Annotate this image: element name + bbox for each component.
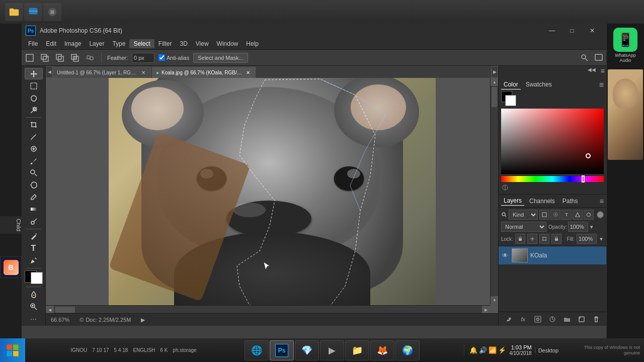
panels-collapse-icon[interactable]: ◀◀ xyxy=(588,67,596,75)
tool-gradient[interactable] xyxy=(25,204,43,215)
layers-panel-menu[interactable]: ≡ xyxy=(600,197,604,205)
filter-toggle[interactable] xyxy=(597,211,604,218)
tool-text[interactable]: T xyxy=(25,243,43,254)
tool-mode-intersect[interactable] xyxy=(69,52,80,63)
filter-adj-icon[interactable]: Ⓐ xyxy=(550,210,560,220)
system-clock[interactable]: 1:03 PM 4/10/2018 xyxy=(509,344,532,356)
layer-visibility-toggle[interactable]: 👁 xyxy=(501,251,509,259)
channels-tab[interactable]: Channels xyxy=(527,197,557,206)
feather-input[interactable] xyxy=(132,53,154,63)
color-panel-menu[interactable]: ≡ xyxy=(599,80,604,89)
filter-pixel-icon[interactable] xyxy=(539,210,549,220)
screen-mode-icon[interactable] xyxy=(594,53,604,63)
taskbar-ps[interactable]: Ps xyxy=(270,340,294,360)
background-color[interactable] xyxy=(31,272,43,284)
layer-fx-icon[interactable]: fx xyxy=(518,314,528,324)
lock-move-icon[interactable] xyxy=(527,234,537,244)
start-button[interactable] xyxy=(0,338,25,362)
tray-icon-2[interactable]: 🔊 xyxy=(479,346,487,354)
layers-tab[interactable]: Layers xyxy=(501,196,524,206)
menu-edit[interactable]: Edit xyxy=(42,39,60,48)
taskbar-chrome[interactable]: 🌍 xyxy=(395,340,420,360)
opacity-arrow[interactable]: ▼ xyxy=(589,224,594,230)
left-panel-toggle[interactable]: ◀ xyxy=(46,66,53,78)
tool-clone[interactable] xyxy=(25,167,43,179)
tab-koala[interactable]: ● Koala.jpg @ 66.7% (KOala, RGB/8#) ✕ xyxy=(152,67,256,78)
layer-koala[interactable]: 👁 KOala xyxy=(499,246,606,265)
antialias-checkbox[interactable] xyxy=(158,54,165,61)
antialias-check[interactable]: Anti-alias xyxy=(158,54,189,61)
color-tab[interactable]: Color xyxy=(501,80,521,89)
menu-image[interactable]: Image xyxy=(60,39,85,48)
menu-filter[interactable]: Filter xyxy=(154,39,176,48)
tray-icon-3[interactable]: 📶 xyxy=(489,346,497,354)
scroll-right-btn[interactable]: ▶ xyxy=(482,306,490,313)
color-picker-gradient[interactable] xyxy=(501,109,604,174)
tool-move[interactable] xyxy=(25,68,43,79)
lock-all-icon[interactable] xyxy=(551,234,561,244)
top-icon-3[interactable] xyxy=(43,3,61,21)
menu-layer[interactable]: Layer xyxy=(85,39,108,48)
layer-delete-icon[interactable] xyxy=(591,314,601,324)
spectrum-handle[interactable] xyxy=(582,175,585,183)
layer-link-icon[interactable] xyxy=(504,314,514,324)
tool-dodge[interactable] xyxy=(25,216,43,227)
tool-pen[interactable] xyxy=(25,231,43,242)
tool-heal[interactable] xyxy=(25,143,43,155)
select-mask-button[interactable]: Select and Mask... xyxy=(193,53,248,63)
right-panel-toggle[interactable]: ▶ xyxy=(491,66,498,78)
tool-path-select[interactable] xyxy=(25,255,43,266)
top-icon-2[interactable] xyxy=(24,3,42,21)
tool-lasso[interactable] xyxy=(25,92,43,104)
layer-new-icon[interactable] xyxy=(577,314,587,324)
tool-marquee[interactable] xyxy=(25,80,43,92)
taskbar-app3[interactable]: 💎 xyxy=(295,340,319,360)
tool-crop[interactable] xyxy=(25,119,43,131)
panels-menu-icon[interactable]: ≡ xyxy=(601,67,605,75)
side-app-icon[interactable]: B xyxy=(0,256,22,278)
scroll-thumb[interactable] xyxy=(492,87,497,107)
taskbar-firefox[interactable]: 🦊 xyxy=(370,340,394,360)
maximize-button[interactable]: □ xyxy=(562,24,582,38)
desktop-btn[interactable]: Desktop xyxy=(535,347,558,353)
tool-mode-icon4[interactable] xyxy=(85,52,96,63)
menu-view[interactable]: View xyxy=(192,39,213,48)
tool-brush[interactable] xyxy=(25,155,43,167)
layer-adjustment-icon[interactable] xyxy=(547,314,557,324)
scroll-left-btn[interactable]: ◀ xyxy=(46,306,54,313)
menu-type[interactable]: Type xyxy=(108,39,129,48)
scroll-h-thumb[interactable] xyxy=(55,307,75,313)
paths-tab[interactable]: Paths xyxy=(560,197,581,206)
lock-pixels-icon[interactable] xyxy=(515,234,525,244)
more-tools[interactable]: ··· xyxy=(30,315,37,324)
filter-kind-select[interactable]: Kind Name Effect xyxy=(509,210,538,220)
filter-smart-icon[interactable] xyxy=(584,210,594,220)
fg-bg-swatch[interactable] xyxy=(501,91,516,106)
status-arrow[interactable]: ▶ xyxy=(141,317,145,323)
tray-icon-1[interactable]: 🔔 xyxy=(469,346,477,354)
tool-wand[interactable] xyxy=(25,104,43,116)
color-spectrum-bar[interactable] xyxy=(501,176,604,182)
menu-3d[interactable]: 3D xyxy=(176,39,191,48)
tray-icon-4[interactable]: ⚡ xyxy=(498,346,506,354)
color-gamut-icon[interactable] xyxy=(501,184,509,192)
tool-mode-add[interactable] xyxy=(39,52,50,63)
taskbar-files[interactable]: 📁 xyxy=(345,340,369,360)
tool-mode-new[interactable] xyxy=(24,52,35,63)
canvas-wrapper[interactable]: ▲ ▼ ◀ ▶ xyxy=(46,78,498,313)
swatches-tab[interactable]: Swatches xyxy=(523,80,554,89)
tool-history[interactable] xyxy=(25,179,43,191)
fill-input[interactable] xyxy=(577,234,597,244)
taskbar-ie[interactable]: 🌐 xyxy=(245,340,269,360)
scroll-vertical[interactable]: ▲ ▼ xyxy=(490,78,498,304)
filter-shape-icon[interactable] xyxy=(573,210,583,220)
color-picker-handle[interactable] xyxy=(586,153,591,158)
menu-help[interactable]: Help xyxy=(242,39,263,48)
menu-file[interactable]: File xyxy=(24,39,42,48)
tab-untitled-close[interactable]: ✕ xyxy=(140,69,147,76)
fill-arrow[interactable]: ▼ xyxy=(599,236,604,242)
tab-untitled[interactable]: Untitled-1 @ 66.7% (Layer 1, RGB/8#) [sc… xyxy=(53,67,151,78)
whatsapp-icon[interactable]: 📱 WhatsApp Audio xyxy=(610,26,640,64)
tab-koala-close[interactable]: ✕ xyxy=(245,69,252,76)
top-icon-1[interactable] xyxy=(5,3,23,21)
